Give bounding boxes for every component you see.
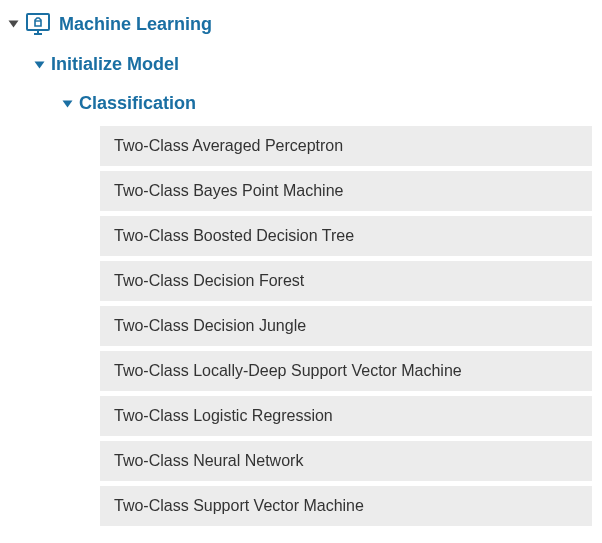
tree-node-label: Machine Learning bbox=[59, 14, 212, 35]
classification-items: Two-Class Averaged Perceptron Two-Class … bbox=[100, 126, 592, 526]
tree-node-label: Classification bbox=[79, 93, 196, 114]
tree-node-machine-learning[interactable]: Machine Learning bbox=[10, 8, 592, 40]
tree-node-label: Initialize Model bbox=[51, 54, 179, 75]
list-item[interactable]: Two-Class Decision Jungle bbox=[100, 306, 592, 346]
expand-collapse-icon bbox=[63, 100, 73, 107]
tree-node-classification[interactable]: Classification bbox=[64, 89, 592, 118]
tree-node-initialize-model[interactable]: Initialize Model bbox=[36, 50, 592, 79]
list-item[interactable]: Two-Class Bayes Point Machine bbox=[100, 171, 592, 211]
list-item[interactable]: Two-Class Boosted Decision Tree bbox=[100, 216, 592, 256]
list-item[interactable]: Two-Class Decision Forest bbox=[100, 261, 592, 301]
machine-learning-icon bbox=[25, 12, 51, 36]
svg-rect-0 bbox=[27, 14, 49, 30]
list-item[interactable]: Two-Class Averaged Perceptron bbox=[100, 126, 592, 166]
list-item[interactable]: Two-Class Locally-Deep Support Vector Ma… bbox=[100, 351, 592, 391]
expand-collapse-icon bbox=[9, 21, 19, 28]
list-item[interactable]: Two-Class Support Vector Machine bbox=[100, 486, 592, 526]
list-item[interactable]: Two-Class Logistic Regression bbox=[100, 396, 592, 436]
expand-collapse-icon bbox=[35, 61, 45, 68]
list-item[interactable]: Two-Class Neural Network bbox=[100, 441, 592, 481]
